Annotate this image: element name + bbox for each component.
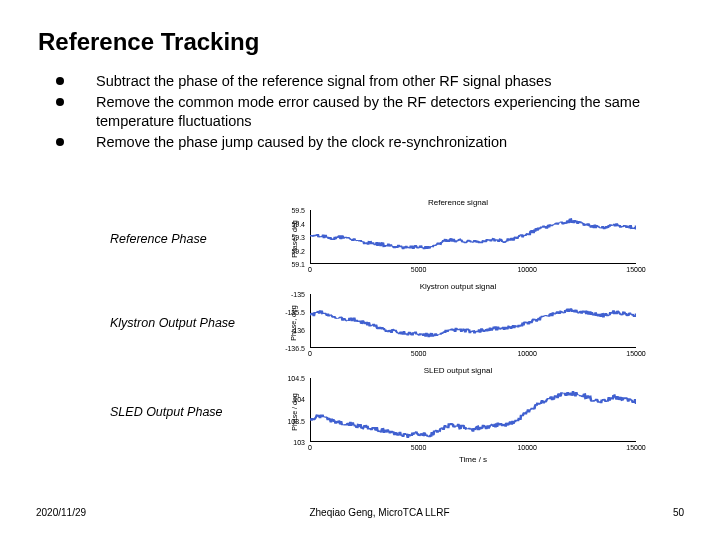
bullet-dot-icon bbox=[56, 138, 64, 146]
ytick: 103 bbox=[293, 439, 305, 446]
ytick: -135 bbox=[291, 291, 305, 298]
bullet-text: Remove the phase jump caused by the cloc… bbox=[96, 133, 676, 152]
ytick: 59.2 bbox=[291, 247, 305, 254]
bullet-item: Remove the phase jump caused by the cloc… bbox=[56, 133, 676, 152]
xtick: 15000 bbox=[626, 350, 645, 357]
chart-row-sled: SLED Output Phase SLED output signal Pha… bbox=[110, 368, 690, 456]
bullet-item: Remove the common mode error caused by t… bbox=[56, 93, 676, 131]
ytick: 59.1 bbox=[291, 261, 305, 268]
xaxis-label: Time / s bbox=[310, 455, 636, 464]
xtick: 5000 bbox=[411, 350, 427, 357]
plot-line bbox=[310, 378, 636, 442]
ytick: -135.5 bbox=[285, 308, 305, 315]
xtick: 0 bbox=[308, 350, 312, 357]
xtick: 5000 bbox=[411, 444, 427, 451]
ytick: 59.4 bbox=[291, 220, 305, 227]
chart-label: Klystron Output Phase bbox=[110, 316, 280, 330]
chart-row-reference: Reference Phase Reference signal Phase /… bbox=[110, 200, 690, 278]
chart-label: SLED Output Phase bbox=[110, 405, 280, 419]
ytick: -136 bbox=[291, 326, 305, 333]
plot-line bbox=[310, 210, 636, 264]
chart-row-klystron: Klystron Output Phase Klystron output si… bbox=[110, 284, 690, 362]
yticks: 104.5 104 103.5 103 bbox=[280, 378, 308, 442]
xtick: 0 bbox=[308, 266, 312, 273]
xtick: 15000 bbox=[626, 444, 645, 451]
ytick: 104.5 bbox=[287, 375, 305, 382]
xticks: 0 5000 10000 15000 bbox=[310, 350, 636, 360]
ytick: 59.3 bbox=[291, 234, 305, 241]
bullet-text: Subtract the phase of the reference sign… bbox=[96, 72, 676, 91]
chart-label: Reference Phase bbox=[110, 232, 280, 246]
slide-title: Reference Tracking bbox=[0, 0, 720, 56]
xticks: 0 5000 10000 15000 bbox=[310, 444, 636, 454]
xtick: 10000 bbox=[517, 350, 536, 357]
bullet-text: Remove the common mode error caused by t… bbox=[96, 93, 676, 131]
footer-page: 50 bbox=[673, 507, 684, 518]
slide-footer: 2020/11/29 Zheqiao Geng, MicroTCA LLRF 5… bbox=[36, 507, 684, 518]
xtick: 0 bbox=[308, 444, 312, 451]
bullet-dot-icon bbox=[56, 98, 64, 106]
xtick: 10000 bbox=[517, 266, 536, 273]
footer-date: 2020/11/29 bbox=[36, 507, 86, 518]
xtick: 5000 bbox=[411, 266, 427, 273]
footer-author: Zheqiao Geng, MicroTCA LLRF bbox=[309, 507, 449, 518]
xtick: 15000 bbox=[626, 266, 645, 273]
ytick: 104 bbox=[293, 396, 305, 403]
yticks: 59.5 59.4 59.3 59.2 59.1 bbox=[280, 210, 308, 264]
yticks: -135 -135.5 -136 -136.5 bbox=[280, 294, 308, 348]
xtick: 10000 bbox=[517, 444, 536, 451]
bullet-list: Subtract the phase of the reference sign… bbox=[56, 72, 676, 151]
plot-klystron: Klystron output signal Phase, deg -135 -… bbox=[280, 284, 650, 362]
plot-reference: Reference signal Phase / deg 59.5 59.4 5… bbox=[280, 200, 650, 278]
plot-sled: SLED output signal Phase / deg 104.5 104… bbox=[280, 368, 650, 456]
bullet-dot-icon bbox=[56, 77, 64, 85]
plot-title: Klystron output signal bbox=[280, 282, 636, 291]
ytick: -136.5 bbox=[285, 345, 305, 352]
plot-title: Reference signal bbox=[280, 198, 636, 207]
ytick: 103.5 bbox=[287, 417, 305, 424]
ytick: 59.5 bbox=[291, 207, 305, 214]
charts-region: Reference Phase Reference signal Phase /… bbox=[110, 200, 690, 462]
bullet-item: Subtract the phase of the reference sign… bbox=[56, 72, 676, 91]
xticks: 0 5000 10000 15000 bbox=[310, 266, 636, 276]
plot-title: SLED output signal bbox=[280, 366, 636, 375]
plot-line bbox=[310, 294, 636, 348]
